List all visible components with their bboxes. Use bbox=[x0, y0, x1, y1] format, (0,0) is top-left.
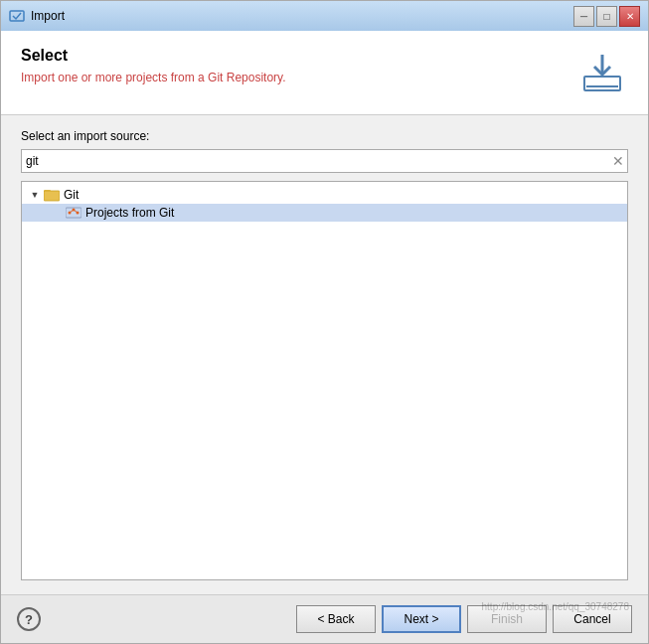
minimize-button[interactable]: ─ bbox=[573, 6, 594, 27]
header-subtitle: Import one or more projects from a Git R… bbox=[21, 71, 576, 84]
header-icon bbox=[576, 47, 628, 98]
tree-item-git[interactable]: ▼ Git bbox=[22, 186, 627, 204]
tree-arrow-icon: ▼ bbox=[28, 188, 42, 202]
maximize-button[interactable]: □ bbox=[596, 6, 617, 27]
svg-rect-0 bbox=[10, 11, 24, 21]
window-title: Import bbox=[31, 9, 573, 23]
close-button[interactable]: ✕ bbox=[619, 6, 640, 27]
window-controls: ─ □ ✕ bbox=[573, 6, 640, 27]
header-title: Select bbox=[21, 47, 576, 65]
search-box: ✕ bbox=[21, 149, 628, 173]
folder-icon bbox=[44, 188, 60, 202]
next-button[interactable]: Next > bbox=[382, 605, 461, 633]
tree-git-label: Git bbox=[64, 188, 79, 202]
import-dialog: Import ─ □ ✕ Select Import one or more p… bbox=[0, 0, 649, 644]
finish-button[interactable]: Finish bbox=[467, 605, 547, 633]
footer-section: ? < Back Next > Finish Cancel bbox=[1, 594, 648, 643]
source-label: Select an import source: bbox=[21, 129, 628, 143]
clear-search-icon[interactable]: ✕ bbox=[612, 153, 624, 169]
help-button[interactable]: ? bbox=[17, 607, 41, 631]
tree-container[interactable]: ▼ Git bbox=[21, 181, 628, 580]
header-text: Select Import one or more projects from … bbox=[21, 47, 576, 84]
dialog-header: Select Import one or more projects from … bbox=[1, 31, 648, 115]
tree-item-projects-from-git[interactable]: Projects from Git bbox=[22, 204, 627, 222]
back-button[interactable]: < Back bbox=[296, 605, 376, 633]
window-icon bbox=[9, 8, 25, 24]
svg-rect-1 bbox=[584, 77, 620, 90]
cancel-button[interactable]: Cancel bbox=[553, 605, 632, 633]
search-input[interactable] bbox=[21, 149, 628, 173]
git-project-icon bbox=[66, 206, 81, 220]
content-section: Select an import source: ✕ ▼ Git bbox=[1, 115, 648, 594]
svg-rect-4 bbox=[44, 190, 51, 193]
footer-buttons: < Back Next > Finish Cancel bbox=[296, 605, 632, 633]
title-bar: Import ─ □ ✕ bbox=[1, 1, 648, 31]
tree-projects-label: Projects from Git bbox=[85, 206, 174, 220]
tree-leaf-spacer bbox=[50, 206, 64, 220]
